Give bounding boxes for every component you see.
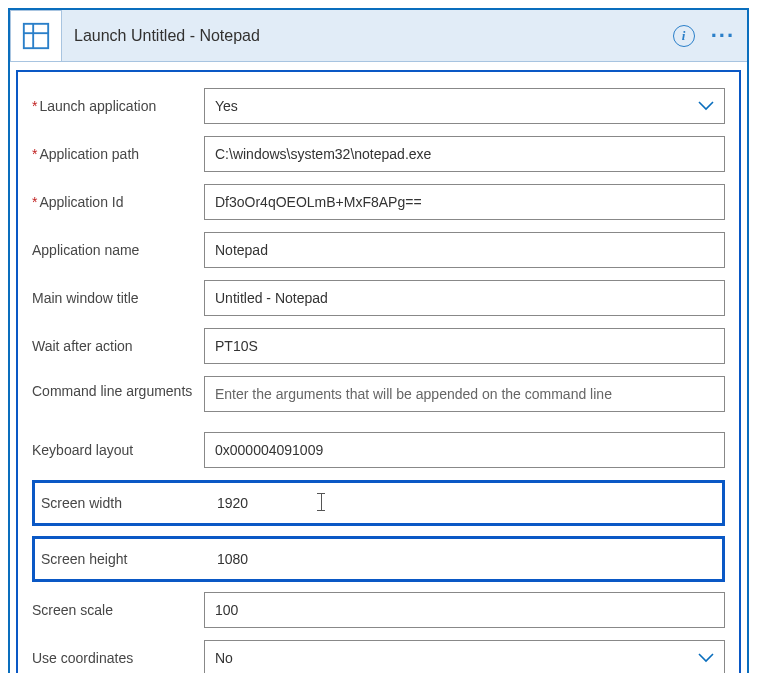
launch-app-icon: [21, 21, 51, 51]
more-icon[interactable]: ···: [707, 23, 739, 49]
input-screen-width[interactable]: [211, 489, 281, 517]
label-use-coordinates: Use coordinates: [32, 650, 204, 666]
input-application-name[interactable]: [204, 232, 725, 268]
svg-rect-0: [24, 23, 48, 47]
label-application-path: *Application path: [32, 146, 204, 162]
label-wait-after-action: Wait after action: [32, 338, 204, 354]
row-screen-width: Screen width: [32, 480, 725, 526]
select-use-coordinates[interactable]: No: [204, 640, 725, 673]
row-wait-after-action: Wait after action: [32, 328, 725, 364]
card-header: Launch Untitled - Notepad i ···: [10, 10, 747, 62]
row-main-window-title: Main window title: [32, 280, 725, 316]
input-application-id[interactable]: [204, 184, 725, 220]
label-application-id: *Application Id: [32, 194, 204, 210]
input-main-window-title[interactable]: [204, 280, 725, 316]
row-use-coordinates: Use coordinates No: [32, 640, 725, 673]
input-application-path[interactable]: [204, 136, 725, 172]
row-application-id: *Application Id: [32, 184, 725, 220]
row-screen-height: Screen height: [32, 536, 725, 582]
input-command-line-arguments[interactable]: [204, 376, 725, 412]
label-command-line-arguments: Command line arguments: [32, 382, 204, 400]
input-wait-after-action[interactable]: [204, 328, 725, 364]
label-launch-application: *Launch application: [32, 98, 204, 114]
input-screen-height[interactable]: [211, 545, 714, 573]
input-keyboard-layout[interactable]: [204, 432, 725, 468]
label-main-window-title: Main window title: [32, 290, 204, 306]
header-actions: i ···: [673, 23, 739, 49]
select-launch-application[interactable]: Yes: [204, 88, 725, 124]
body-inner: *Launch application Yes *Application pat…: [16, 70, 741, 673]
row-launch-application: *Launch application Yes: [32, 88, 725, 124]
text-cursor-icon: [321, 494, 322, 512]
chevron-down-icon: [698, 101, 714, 111]
row-application-name: Application name: [32, 232, 725, 268]
row-keyboard-layout: Keyboard layout: [32, 432, 725, 468]
action-card: Launch Untitled - Notepad i ··· *Launch …: [8, 8, 749, 673]
label-screen-height: Screen height: [37, 551, 211, 567]
row-screen-scale: Screen scale: [32, 592, 725, 628]
app-icon: [10, 10, 62, 62]
input-screen-scale[interactable]: [204, 592, 725, 628]
card-body: *Launch application Yes *Application pat…: [10, 62, 747, 673]
label-keyboard-layout: Keyboard layout: [32, 442, 204, 458]
row-command-line-arguments: Command line arguments: [32, 376, 725, 420]
label-application-name: Application name: [32, 242, 204, 258]
row-application-path: *Application path: [32, 136, 725, 172]
info-icon[interactable]: i: [673, 25, 695, 47]
label-screen-width: Screen width: [37, 495, 211, 511]
chevron-down-icon: [698, 653, 714, 663]
label-screen-scale: Screen scale: [32, 602, 204, 618]
card-title: Launch Untitled - Notepad: [74, 27, 673, 45]
